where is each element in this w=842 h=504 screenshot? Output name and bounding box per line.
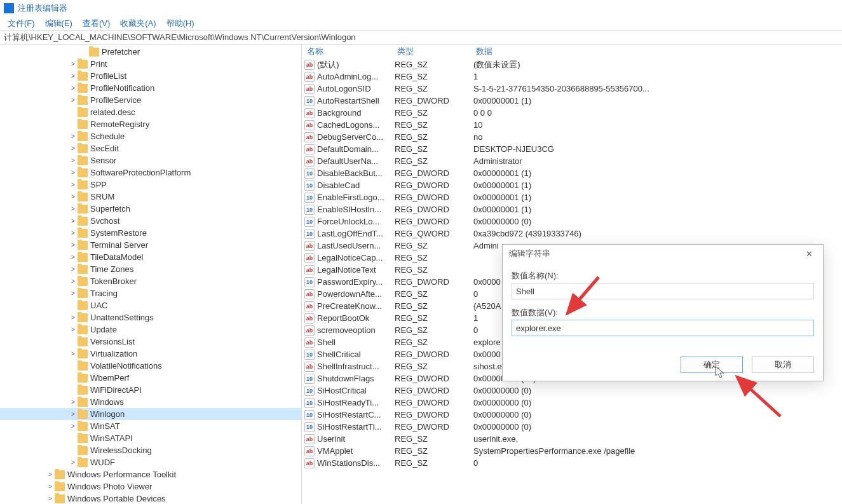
ok-button[interactable]: 确定 bbox=[681, 357, 743, 373]
registry-value-row[interactable]: AutoAdminLog...REG_SZ1 bbox=[302, 71, 842, 83]
registry-value-row[interactable]: SiHostRestartC...REG_DWORD0x00000000 (0) bbox=[302, 409, 842, 421]
registry-value-row[interactable]: DisableBackBut...REG_DWORD0x00000001 (1) bbox=[302, 167, 842, 179]
tree-item[interactable]: WiFiDirectAPI bbox=[0, 384, 301, 396]
expand-icon[interactable]: > bbox=[69, 229, 78, 236]
tree-item[interactable]: >SPP bbox=[0, 179, 301, 191]
expand-icon[interactable]: > bbox=[69, 398, 78, 405]
expand-icon[interactable]: > bbox=[69, 97, 78, 104]
expand-icon[interactable]: > bbox=[69, 193, 78, 200]
expand-icon[interactable]: > bbox=[69, 133, 78, 140]
tree-item[interactable]: >WinSAT bbox=[0, 420, 301, 432]
tree-item[interactable]: >Windows Performance Toolkit bbox=[0, 468, 301, 480]
tree-item[interactable]: VolatileNotifications bbox=[0, 360, 301, 372]
expand-icon[interactable]: > bbox=[46, 483, 55, 490]
expand-icon[interactable]: > bbox=[69, 423, 78, 430]
expand-icon[interactable]: > bbox=[69, 266, 78, 273]
registry-value-row[interactable]: DefaultUserNa...REG_SZAdministrator bbox=[302, 155, 842, 167]
registry-value-row[interactable]: EnableSIHostIn...REG_DWORD0x00000001 (1) bbox=[302, 203, 842, 215]
tree-item[interactable]: >Sensor bbox=[0, 154, 301, 167]
expand-icon[interactable]: > bbox=[46, 471, 55, 478]
col-data[interactable]: 数据 bbox=[471, 44, 842, 58]
registry-value-row[interactable]: WinStationsDis...REG_SZ0 bbox=[302, 457, 842, 469]
value-data-field[interactable]: explorer.exe bbox=[512, 320, 814, 336]
tree-item[interactable]: WirelessDocking bbox=[0, 444, 301, 456]
tree-item[interactable]: >Print bbox=[0, 58, 301, 70]
tree-item[interactable]: >Windows Photo Viewer bbox=[0, 480, 301, 493]
menu-item[interactable]: 帮助(H) bbox=[163, 17, 198, 31]
expand-icon[interactable]: > bbox=[69, 350, 78, 357]
menu-item[interactable]: 编辑(E) bbox=[41, 17, 76, 31]
registry-value-row[interactable]: AutoRestartShellREG_DWORD0x00000001 (1) bbox=[302, 95, 842, 107]
tree-pane[interactable]: Prefetcher>Print>ProfileList>ProfileNoti… bbox=[0, 44, 302, 504]
registry-value-row[interactable]: EnableFirstLogo...REG_DWORD0x00000001 (1… bbox=[302, 191, 842, 203]
expand-icon[interactable]: > bbox=[69, 157, 78, 164]
expand-icon[interactable]: > bbox=[69, 411, 78, 418]
tree-item[interactable]: >Superfetch bbox=[0, 203, 301, 215]
registry-value-row[interactable]: DefaultDomain...REG_SZDESKTOP-NJEU3CG bbox=[302, 143, 842, 155]
registry-value-row[interactable]: AutoLogonSIDREG_SZS-1-5-21-3776154350-20… bbox=[302, 83, 842, 95]
tree-item[interactable]: >TokenBroker bbox=[0, 275, 301, 287]
tree-item[interactable]: RemoteRegistry bbox=[0, 118, 301, 130]
menu-item[interactable]: 收藏夹(A) bbox=[116, 17, 160, 31]
tree-item[interactable]: >Update bbox=[0, 324, 301, 336]
tree-item[interactable]: >SoftwareProtectionPlatform bbox=[0, 167, 301, 179]
expand-icon[interactable]: > bbox=[69, 254, 78, 261]
tree-item[interactable]: >UnattendSettings bbox=[0, 311, 301, 324]
expand-icon[interactable]: > bbox=[69, 290, 78, 297]
tree-item[interactable]: >Windows bbox=[0, 396, 301, 408]
tree-item[interactable]: WinSATAPI bbox=[0, 432, 301, 444]
expand-icon[interactable]: > bbox=[69, 242, 78, 249]
tree-item[interactable]: WbemPerf bbox=[0, 372, 301, 384]
expand-icon[interactable]: > bbox=[69, 459, 78, 466]
tree-item[interactable]: >ProfileNotification bbox=[0, 82, 301, 94]
tree-item[interactable]: >Svchost bbox=[0, 215, 301, 227]
registry-value-row[interactable]: (默认)REG_SZ(数值未设置) bbox=[302, 58, 842, 71]
tree-item[interactable]: >ProfileService bbox=[0, 94, 301, 106]
tree-item[interactable]: >ProfileList bbox=[0, 70, 301, 82]
tree-item[interactable]: >Schedule bbox=[0, 130, 301, 142]
expand-icon[interactable]: > bbox=[69, 181, 78, 188]
tree-item[interactable]: >SystemRestore bbox=[0, 227, 301, 239]
col-name[interactable]: 名称 bbox=[302, 44, 392, 58]
expand-icon[interactable]: > bbox=[46, 495, 55, 502]
tree-item[interactable]: Prefetcher bbox=[0, 46, 301, 58]
tree-item[interactable]: >Virtualization bbox=[0, 348, 301, 360]
tree-item[interactable]: UAC bbox=[0, 299, 301, 311]
tree-item[interactable]: >Terminal Server bbox=[0, 239, 301, 251]
tree-item[interactable]: >Windows Portable Devices bbox=[0, 493, 301, 504]
tree-item[interactable]: >Winlogon bbox=[0, 408, 301, 420]
tree-item[interactable]: related.desc bbox=[0, 106, 301, 118]
close-icon[interactable]: ✕ bbox=[801, 249, 817, 259]
expand-icon[interactable]: > bbox=[69, 205, 78, 212]
expand-icon[interactable]: > bbox=[69, 60, 78, 67]
col-type[interactable]: 类型 bbox=[392, 44, 471, 58]
expand-icon[interactable]: > bbox=[69, 326, 78, 333]
registry-value-row[interactable]: DisableCadREG_DWORD0x00000001 (1) bbox=[302, 179, 842, 191]
registry-value-row[interactable]: ForceUnlockLo...REG_DWORD0x00000000 (0) bbox=[302, 215, 842, 228]
registry-value-row[interactable]: SiHostCriticalREG_DWORD0x00000000 (0) bbox=[302, 385, 842, 397]
registry-value-row[interactable]: VMAppletREG_SZSystemPropertiesPerformanc… bbox=[302, 445, 842, 457]
expand-icon[interactable]: > bbox=[69, 169, 78, 176]
menu-item[interactable]: 查看(V) bbox=[79, 17, 114, 31]
tree-item[interactable]: >SecEdit bbox=[0, 142, 301, 154]
registry-value-row[interactable]: SiHostReadyTi...REG_DWORD0x00000000 (0) bbox=[302, 397, 842, 409]
cancel-button[interactable]: 取消 bbox=[752, 357, 814, 373]
expand-icon[interactable]: > bbox=[69, 72, 78, 79]
tree-item[interactable]: VersionsList bbox=[0, 336, 301, 348]
expand-icon[interactable]: > bbox=[69, 145, 78, 152]
tree-item[interactable]: >Time Zones bbox=[0, 263, 301, 275]
expand-icon[interactable]: > bbox=[69, 85, 78, 92]
address-bar[interactable]: 计算机\HKEY_LOCAL_MACHINE\SOFTWARE\Microsof… bbox=[0, 31, 842, 44]
expand-icon[interactable]: > bbox=[69, 278, 78, 285]
tree-item[interactable]: >WUDF bbox=[0, 456, 301, 468]
expand-icon[interactable]: > bbox=[69, 217, 78, 224]
tree-item[interactable]: >SRUM bbox=[0, 191, 301, 203]
tree-item[interactable]: >TileDataModel bbox=[0, 251, 301, 263]
tree-item[interactable]: >Tracing bbox=[0, 287, 301, 299]
menu-item[interactable]: 文件(F) bbox=[4, 17, 39, 31]
registry-value-row[interactable]: SiHostRestartTi...REG_DWORD0x00000000 (0… bbox=[302, 421, 842, 433]
registry-value-row[interactable]: LastLogOffEndT...REG_QWORD0xa39cbd972 (4… bbox=[302, 228, 842, 240]
registry-value-row[interactable]: DebugServerCo...REG_SZno bbox=[302, 131, 842, 143]
expand-icon[interactable]: > bbox=[69, 314, 78, 321]
registry-value-row[interactable]: CachedLogons...REG_SZ10 bbox=[302, 119, 842, 131]
